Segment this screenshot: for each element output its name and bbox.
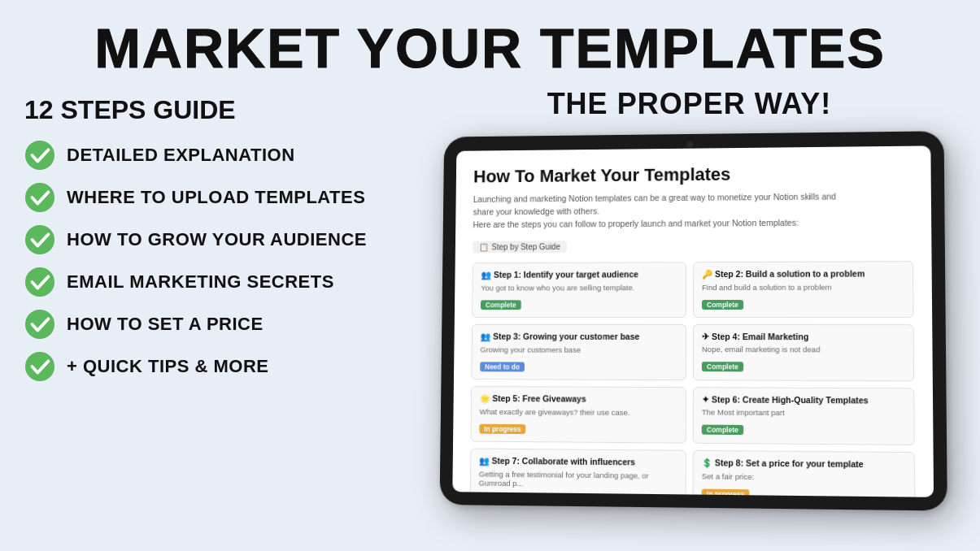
card-desc: The Most important part (701, 407, 904, 418)
steps-guide-title: 12 STEPS GUIDE (24, 95, 407, 125)
status-badge: Need to do (480, 362, 525, 371)
card-desc: Growing your customers base (480, 345, 677, 354)
checklist-item: DETAILED EXPLANATION (24, 140, 407, 171)
proper-way-title: THE PROPER WAY! (547, 87, 832, 121)
card-title: 👥 Step 3: Growing your customer base (480, 332, 677, 342)
left-panel: 12 STEPS GUIDE DETAILED EXPLANATION WHER… (24, 87, 407, 506)
card-title: 💲 Step 8: Set a price for your template (701, 458, 905, 471)
check-icon (24, 182, 55, 213)
svg-point-3 (25, 267, 54, 297)
notion-card: 👥 Step 1: Identify your target audience … (472, 262, 686, 318)
check-icon (24, 140, 55, 171)
content-area: 12 STEPS GUIDE DETAILED EXPLANATION WHER… (0, 87, 980, 506)
notion-card: 🔑 Step 2: Build a solution to a problem … (692, 261, 913, 318)
notion-tag: 📋 Step by Step Guide (473, 241, 567, 253)
check-icon (24, 267, 55, 297)
card-desc: What exactly are giveaways? their use ca… (479, 407, 677, 417)
checklist-label: EMAIL MARKETING SECRETS (67, 271, 334, 293)
card-title: ✈ Step 4: Email Marketing (701, 332, 904, 341)
card-title: ✦ Step 6: Create High-Quality Templates (701, 394, 904, 405)
status-badge: Complete (480, 300, 520, 310)
notion-card: 💲 Step 8: Set a price for your template … (692, 450, 915, 497)
checklist-label: + QUICK TIPS & MORE (67, 356, 268, 377)
checklist-label: HOW TO SET A PRICE (67, 314, 264, 335)
card-desc: You got to know who you are selling temp… (481, 283, 677, 292)
checklist-label: HOW TO GROW YOUR AUDIENCE (67, 229, 367, 250)
notion-card: ✈ Step 4: Email Marketing Nope, email ma… (692, 324, 913, 381)
notion-grid: 👥 Step 1: Identify your target audience … (469, 261, 915, 497)
checklist-item: HOW TO SET A PRICE (24, 309, 407, 340)
notion-card: 👥 Step 7: Collaborate with influencers G… (469, 449, 686, 497)
status-badge: In progress (701, 489, 749, 497)
svg-point-1 (25, 183, 54, 212)
card-title: 👥 Step 1: Identify your target audience (481, 269, 677, 280)
checklist-item: + QUICK TIPS & MORE (24, 351, 407, 382)
status-badge: Complete (702, 300, 743, 310)
card-desc: Nope, email marketing is not dead (701, 345, 904, 354)
svg-point-2 (25, 225, 54, 254)
checklist-container: DETAILED EXPLANATION WHERE TO UPLOAD TEM… (24, 140, 407, 382)
check-icon (24, 351, 55, 382)
card-title: 🔑 Step 2: Build a solution to a problem (702, 268, 904, 280)
card-desc: Set a fair price: (701, 471, 905, 483)
checklist-item: WHERE TO UPLOAD TEMPLATES (24, 182, 407, 213)
checklist-label: DETAILED EXPLANATION (67, 145, 295, 166)
check-icon (24, 224, 55, 255)
svg-point-4 (25, 310, 54, 339)
notion-page-title: How To Market Your Templates (473, 162, 912, 187)
card-desc: Find and build a solution to a problem (702, 283, 904, 293)
status-badge: In progress (478, 496, 525, 497)
main-title: MARKET YOUR TEMPLATES (0, 0, 980, 79)
card-title: 👥 Step 7: Collaborate with influencers (478, 456, 677, 468)
tablet-screen: How To Market Your Templates Launching a… (452, 145, 934, 497)
tablet-camera (686, 141, 693, 148)
checklist-item: HOW TO GROW YOUR AUDIENCE (24, 224, 407, 255)
card-desc: Getting a free testimonial for your land… (478, 470, 677, 490)
tablet-device: How To Market Your Templates Launching a… (439, 131, 947, 510)
notion-card: 👥 Step 3: Growing your customer base Gro… (471, 324, 686, 380)
status-badge: Complete (701, 425, 743, 435)
status-badge: In progress (479, 424, 525, 434)
tablet-wrapper: How To Market Your Templates Launching a… (438, 132, 942, 506)
checklist-label: WHERE TO UPLOAD TEMPLATES (67, 187, 365, 208)
card-title: 🌟 Step 5: Free Giveaways (479, 393, 677, 405)
check-icon (24, 309, 55, 340)
status-badge: Complete (701, 362, 743, 371)
notion-card: ✦ Step 6: Create High-Quality Templates … (692, 387, 914, 445)
notion-page: How To Market Your Templates Launching a… (452, 145, 934, 497)
notion-description: Launching and marketing Notion templates… (473, 190, 912, 232)
checklist-item: EMAIL MARKETING SECRETS (24, 267, 407, 297)
svg-point-0 (25, 141, 54, 170)
svg-point-5 (25, 352, 54, 381)
notion-card: 🌟 Step 5: Free Giveaways What exactly ar… (470, 386, 686, 444)
right-panel: THE PROPER WAY! How To Market Your Templ… (423, 87, 956, 506)
